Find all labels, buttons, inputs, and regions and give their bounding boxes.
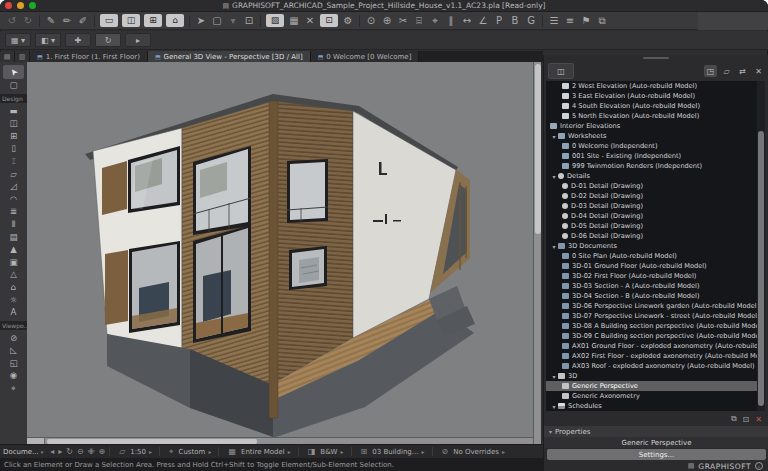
pencil-icon[interactable]: ✐ [77, 14, 89, 27]
settings-button[interactable]: Settings... [547, 449, 766, 460]
copy-icon[interactable]: ⧉ [596, 14, 608, 27]
pane-selector[interactable]: Docume...▾ [3, 448, 43, 456]
more-button[interactable]: ▸ [125, 33, 151, 47]
wall-tool[interactable]: ▬ [0, 105, 27, 118]
tree-item[interactable]: D-06 Detail (Drawing) [546, 231, 757, 241]
rebuild-button[interactable]: ↻ [95, 33, 121, 47]
tree-item[interactable]: ▾Schedules [546, 401, 757, 411]
interior-elevation-tool[interactable]: ◱ [0, 357, 27, 370]
gear-icon[interactable]: ⚙ [342, 14, 354, 27]
grid-snap-dropdown[interactable]: ▦ ▾ [5, 33, 31, 47]
layers-icon[interactable]: ☰ [548, 14, 560, 27]
guide-dropdown[interactable]: ◧ ▾ [35, 33, 61, 47]
letter-g-icon[interactable]: G [525, 14, 537, 27]
close-button[interactable]: ✕ [752, 65, 765, 77]
tab-overview-button[interactable]: ▤ [0, 51, 15, 62]
orbit-icon[interactable]: ↻ [66, 447, 73, 456]
tree-item[interactable]: AX01 Ground Floor - exploded axonometry … [546, 341, 757, 351]
lamp-tool[interactable]: ☼ [0, 294, 27, 307]
measure-icon[interactable]: ↔ [461, 14, 473, 27]
tree-item[interactable]: D-05 Detail (Drawing) [546, 221, 757, 231]
panel-drag-handle[interactable] [643, 57, 669, 59]
project-chooser-button[interactable]: ◫ [548, 63, 574, 79]
tree-item[interactable]: ▾3D Documents [546, 241, 757, 251]
walk-icon[interactable]: ✙ [88, 447, 95, 456]
morph-tool[interactable]: ▲ [0, 243, 27, 256]
tree-item[interactable]: 0 Welcome (Independent) [546, 141, 757, 151]
mesh-tool[interactable]: △ [0, 268, 27, 281]
tree-item[interactable]: 3D-01 Ground Floor (Auto-rebuild Model) [546, 261, 757, 271]
elevation-tool[interactable]: ◺ [0, 344, 27, 357]
tree-item[interactable]: 3D-04 Section - B (Auto-rebuild Model) [546, 291, 757, 301]
pen-icon[interactable]: ✏ [61, 14, 73, 27]
window-tool[interactable]: ⊞ [0, 130, 27, 143]
zoom-in-icon[interactable]: ⊕ [98, 447, 105, 456]
tree-item[interactable]: 4 South Elevation (Auto-rebuild Model) [546, 101, 757, 111]
viewport-horizontal-scrollbar[interactable] [27, 437, 533, 444]
trim-icon[interactable]: ⌸ [413, 14, 425, 27]
wall-favorite-button[interactable]: ▭ [100, 14, 118, 27]
tree-item[interactable]: 0 Site Plan (Auto-rebuild Model) [546, 251, 757, 261]
object-tool[interactable]: ⌂ [0, 281, 27, 294]
navigator-scrollbar[interactable] [757, 81, 765, 411]
stair-tool[interactable]: ≣ [0, 205, 27, 218]
tree-item[interactable]: 5 North Elevation (Auto-rebuild Model) [546, 111, 757, 121]
door-tool[interactable]: ◫ [0, 117, 27, 130]
tree-item[interactable]: Generic Perspective [546, 381, 757, 391]
roof-tool[interactable]: ◿ [0, 180, 27, 193]
quickbar-scale-dropdown[interactable]: ▱1:50▸ [117, 447, 152, 456]
arrow-icon[interactable]: ➤ [195, 14, 207, 27]
tree-item[interactable]: Interior Elevations [546, 121, 757, 131]
camera-tool[interactable]: ⌖ [0, 382, 27, 395]
tree-item[interactable]: AX02 First Floor - exploded axonometry (… [546, 351, 757, 361]
tree-item[interactable]: D-01 Detail (Drawing) [546, 181, 757, 191]
expand-arrow-icon[interactable]: ▾ [550, 243, 558, 250]
shell-tool[interactable]: ◠ [0, 193, 27, 206]
tab-list-button[interactable]: ▥ [15, 51, 30, 62]
expand-arrow-icon[interactable]: ▾ [550, 403, 558, 410]
expand-arrow-icon[interactable]: ▾ [550, 173, 558, 180]
box-icon[interactable]: ⊡ [243, 14, 255, 27]
next-icon[interactable]: ▸ [58, 447, 62, 456]
tree-item[interactable]: 001 Site - Existing (Independent) [546, 151, 757, 161]
zoom-out-icon[interactable]: ⊖ [77, 447, 84, 456]
tree-item[interactable]: 3D-08 A Building section perspective (Au… [546, 321, 757, 331]
marker-icon[interactable]: ✎ [45, 14, 57, 27]
letter-b-icon[interactable]: B [509, 14, 521, 27]
split-icon[interactable]: ∥ [445, 14, 457, 27]
cut-icon[interactable]: ✂ [397, 14, 409, 27]
viewport-vertical-scrollbar[interactable] [533, 62, 541, 444]
tree-item[interactable]: 999 Twinmotion Renders (Independent) [546, 161, 757, 171]
quickbar-model-filter-dropdown[interactable]: ▦Entire Model▸ [226, 447, 290, 456]
add-button[interactable]: ✚ [65, 33, 91, 47]
fill-favorite-button[interactable]: ▨ [266, 14, 284, 27]
angle-icon[interactable]: ∠ [477, 14, 489, 27]
tree-item[interactable]: 3 East Elevation (Auto-rebuild Model) [546, 91, 757, 101]
tree-item[interactable]: 3D-09 C Building section perspective (Au… [546, 331, 757, 341]
tree-item[interactable]: Generic Axonometry [546, 391, 757, 401]
dropdown-icon[interactable]: ▾ [227, 14, 239, 27]
story-icon[interactable]: ≡ [564, 14, 576, 27]
maximize-window-button[interactable] [29, 2, 36, 9]
tab-2[interactable]: ⬒General 3D View - Perspective [3D / All… [148, 51, 311, 62]
flag-icon[interactable]: ⚑ [580, 14, 592, 27]
expand-arrow-icon[interactable]: ▾ [550, 373, 558, 380]
tree-item[interactable]: 3D-06 Perspective Linework garden (Auto-… [546, 301, 757, 311]
tree-item[interactable]: ▾3D [546, 371, 757, 381]
zoom-icon[interactable]: ⊕ [381, 14, 393, 27]
open-folder-button[interactable]: ▱ [720, 65, 733, 77]
grid-icon[interactable]: ▦ [288, 14, 300, 27]
object-favorite-button[interactable]: ⌂ [166, 14, 184, 27]
tree-item[interactable]: 3D-02 First Floor (Auto-rebuild Model) [546, 271, 757, 281]
section-tool[interactable]: ⊘ [0, 332, 27, 345]
marquee-tool[interactable]: ▢ [0, 79, 27, 92]
3d-viewport[interactable] [27, 62, 533, 437]
properties-header[interactable]: ▾ Properties [544, 426, 768, 437]
quickbar-pen-set-dropdown[interactable]: ◨B&W▸ [306, 447, 344, 456]
letter-p-icon[interactable]: P [493, 14, 505, 27]
sync-button[interactable]: ⇄ [736, 65, 749, 77]
selection-button[interactable]: ⊡ [320, 14, 338, 27]
minimize-window-button[interactable] [17, 2, 24, 9]
close-window-button[interactable] [5, 2, 12, 9]
clone-icon[interactable]: ⧉ [731, 414, 737, 424]
